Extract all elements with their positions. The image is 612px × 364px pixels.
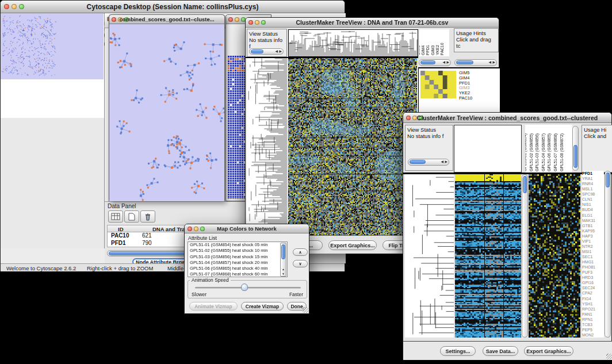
gene-label[interactable]: ELG1 (582, 213, 604, 218)
heatmap-vscrollbar[interactable] (522, 174, 528, 338)
treeview1-col-scrollbar[interactable]: ◀▶ (419, 59, 451, 66)
resize-grip[interactable] (303, 307, 308, 313)
move-up-button[interactable]: ∧ (293, 248, 308, 256)
gene-label[interactable]: SPC98 (582, 191, 604, 197)
gene-label[interactable]: PAC10 (459, 96, 484, 101)
gene-label[interactable]: HRD3 (582, 275, 604, 280)
scrollbar-thumb[interactable] (523, 176, 527, 193)
gene-label[interactable]: RNR4 (582, 181, 604, 186)
col-id[interactable]: ID (118, 226, 124, 232)
gene-label[interactable]: CPA2 (582, 290, 604, 296)
heatmap-canvas[interactable] (288, 58, 417, 235)
row-dendrogram-canvas[interactable] (247, 58, 287, 235)
scroll-up-arrow[interactable]: ▲ (282, 267, 285, 271)
scroll-left-arrow[interactable]: ◀ (442, 60, 445, 65)
attribute-item[interactable]: GPL51-07 (GSM868) heat shock 60 min (188, 271, 287, 277)
gene-label[interactable]: YSH1 (582, 301, 604, 306)
export-graphics-button[interactable]: Export Graphics... (524, 346, 573, 356)
attribute-item[interactable]: GPL51-04 (GSM857) heat shock 20 min (188, 260, 287, 266)
column-dendrogram-canvas[interactable] (288, 29, 418, 57)
scrollbar-thumb[interactable] (281, 244, 285, 259)
gene-label[interactable]: CLN1 (582, 197, 604, 202)
gene-label[interactable]: YRA1 (582, 176, 604, 181)
gene-label[interactable]: KAP95 (582, 228, 604, 233)
scroll-left-arrow[interactable]: ◀ (488, 60, 491, 65)
scrollbar-thumb[interactable] (606, 173, 610, 187)
scroll-right-arrow[interactable]: ▶ (445, 159, 447, 164)
network-graph-canvas[interactable] (109, 24, 224, 201)
new-attribute-page-icon[interactable] (124, 210, 139, 223)
scroll-left-arrow[interactable]: ◀ (275, 49, 278, 54)
scroll-down-arrow[interactable]: ▼ (282, 272, 285, 275)
scrollbar-thumb[interactable] (420, 60, 435, 64)
similarity-matrix-canvas[interactable] (420, 71, 456, 98)
attribute-item[interactable]: GPL51-03 (GSM856) heat shock 15 min (188, 254, 287, 260)
minimize-button[interactable] (235, 17, 239, 22)
faster-label: Faster (289, 292, 303, 297)
attribute-table-icon[interactable] (108, 210, 123, 223)
scroll-right-arrow[interactable]: ▶ (446, 60, 449, 65)
treeview2-titlebar[interactable]: ClusterMaker TreeView : combined_scores_… (403, 113, 611, 123)
attribute-list-vscrollbar[interactable]: ▲▼ (280, 243, 286, 277)
speed-slider-thumb[interactable] (241, 283, 248, 291)
network-overview-canvas[interactable] (1, 13, 104, 79)
gene-label[interactable]: NTR2 (582, 244, 604, 249)
gene-label[interactable]: MSI1 (582, 249, 604, 254)
view-status-scrollbar[interactable]: ◀▶ (249, 48, 284, 55)
gene-label[interactable]: PEP5 (582, 327, 604, 332)
usage-hints-scrollbar[interactable]: ◀▶ (454, 59, 497, 66)
dense-network-grid-canvas[interactable] (227, 55, 246, 199)
scrollbar-thumb[interactable] (456, 60, 473, 64)
gene-label[interactable]: TCB3 (582, 322, 604, 327)
gene-label[interactable]: HAP3 (582, 233, 604, 239)
gene-label[interactable]: GPI16 (582, 280, 604, 285)
scrollbar-thumb[interactable] (251, 49, 263, 53)
gene-label[interactable]: PHO81 (582, 265, 604, 270)
gene-label[interactable]: FIG4 (582, 296, 604, 301)
gene-label[interactable]: VIP1 (582, 239, 604, 244)
gene-list-vscrollbar[interactable] (605, 171, 611, 338)
gene-label[interactable]: SEC24 (582, 285, 604, 290)
gene-label[interactable]: HMG1 (582, 259, 604, 265)
scroll-right-arrow[interactable]: ▶ (492, 60, 495, 65)
scrollbar-thumb[interactable] (410, 160, 426, 164)
gene-label[interactable]: PUF3 (582, 270, 604, 275)
gene-label[interactable]: GTB1 (582, 223, 604, 228)
view-status-scrollbar[interactable]: ◀▶ (408, 159, 449, 166)
scrollbar-thumb[interactable] (573, 145, 577, 168)
gene-label[interactable]: NIS1 (582, 202, 604, 207)
export-graphics-button[interactable]: Export Graphics... (328, 240, 377, 250)
dialog-titlebar[interactable]: Map Colors to Network (185, 224, 309, 233)
network-view-titlebar[interactable]: combined_scores_good.txt--cluste... (109, 15, 224, 24)
settings-button[interactable]: Settings... (440, 346, 476, 356)
close-button[interactable] (228, 17, 233, 22)
gene-label[interactable]: MAK31 (582, 218, 604, 223)
move-down-button[interactable]: ∨ (293, 260, 308, 267)
treeview1-titlebar[interactable]: ClusterMaker TreeView : DNA and Tran 07-… (246, 18, 499, 28)
gene-label[interactable]: MON2 (582, 332, 604, 338)
row-dendrogram-canvas[interactable] (405, 174, 454, 338)
create-vizmap-button[interactable]: Create Vizmap (241, 302, 284, 311)
delete-trash-icon[interactable] (140, 210, 155, 223)
animate-vizmap-button[interactable]: Animate Vizmap (189, 302, 238, 311)
scroll-left-arrow[interactable]: ◀ (441, 159, 443, 164)
save-data-button[interactable]: Save Data... (483, 346, 518, 356)
column-dendrogram-area[interactable] (454, 125, 522, 173)
speed-slider-track[interactable] (195, 287, 301, 289)
attribute-item[interactable]: GPL51-01 (GSM854) heat shock 05 min (188, 242, 287, 248)
gene-label[interactable]: PAN1 (582, 312, 604, 317)
treeview2-col-vscrollbar[interactable] (572, 126, 579, 171)
zoom-view-canvas[interactable] (529, 174, 580, 338)
gene-label[interactable]: RPN1 (582, 317, 604, 322)
heatmap-canvas[interactable] (455, 174, 521, 338)
gene-label[interactable]: RPO21 (582, 306, 604, 312)
gene-label[interactable]: BUD4 (582, 207, 604, 212)
attribute-item[interactable]: GPL51-02 (GSM855) heat shock 10 min (188, 248, 287, 254)
attribute-item[interactable]: GPL51-06 (GSM865) heat shock 40 min (188, 266, 287, 271)
gene-label[interactable]: MSL1 (582, 186, 604, 191)
gene-label[interactable]: PFD1 (582, 171, 604, 176)
resize-grip[interactable] (606, 354, 612, 359)
scroll-right-arrow[interactable]: ▶ (279, 49, 282, 54)
main-titlebar[interactable]: Cytoscape Desktop (Session Name: collins… (1, 1, 345, 13)
gene-label[interactable]: SEC1 (582, 254, 604, 259)
